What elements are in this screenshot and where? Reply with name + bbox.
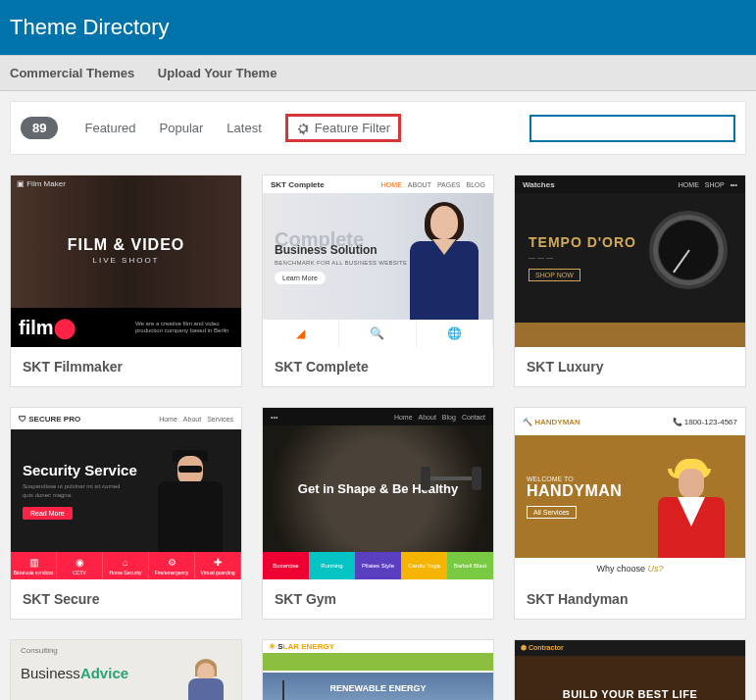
theme-grid: ▣ Film Maker FILM & VIDEO LIVE SHOOT fil… bbox=[0, 165, 756, 700]
theme-card[interactable]: ⬢ Contractor BUILD YOUR BEST LIFE bbox=[514, 639, 746, 700]
theme-name: SKT Complete bbox=[263, 347, 493, 386]
page-title: Theme Directory bbox=[0, 0, 756, 55]
theme-name: SKT Handyman bbox=[515, 579, 745, 619]
filter-bar: 89 Featured Popular Latest Feature Filte… bbox=[10, 101, 746, 155]
theme-thumbnail: ▣ Film Maker FILM & VIDEO LIVE SHOOT fil… bbox=[11, 175, 241, 347]
nav-commercial-themes[interactable]: Commercial Themes bbox=[10, 66, 134, 80]
theme-card[interactable]: WatchesHOMESHOP••• TEMPO D'ORO — — — SHO… bbox=[514, 175, 746, 387]
theme-thumbnail: 🔨 HANDYMAN📞 1800-123-4567 WELCOME TO HAN… bbox=[515, 408, 745, 579]
filter-latest[interactable]: Latest bbox=[227, 121, 261, 135]
filter-popular[interactable]: Popular bbox=[160, 121, 204, 135]
theme-card[interactable]: •••HomeAboutBlogContact GYM Get in Shape… bbox=[262, 407, 494, 620]
theme-card[interactable]: ▣ Film Maker FILM & VIDEO LIVE SHOOT fil… bbox=[10, 175, 242, 387]
feature-filter-button[interactable]: Feature Filter bbox=[285, 114, 401, 142]
nav-upload-theme[interactable]: Upload Your Theme bbox=[158, 66, 277, 80]
theme-name: SKT Secure bbox=[11, 579, 241, 619]
theme-thumbnail: ☀ SLAR ENERGY RENEWABLE ENERGY bbox=[263, 640, 493, 700]
theme-count-badge: 89 bbox=[21, 117, 58, 139]
theme-card[interactable]: Consulting BusinessAdvice bbox=[10, 639, 242, 700]
theme-card[interactable]: SKT Complete HOMEABOUTPAGESBLOG Complete… bbox=[262, 175, 494, 387]
search-input[interactable] bbox=[529, 115, 735, 142]
feature-filter-label: Feature Filter bbox=[315, 121, 390, 135]
theme-thumbnail: •••HomeAboutBlogContact GYM Get in Shape… bbox=[263, 408, 493, 579]
theme-thumbnail: SKT Complete HOMEABOUTPAGESBLOG Complete… bbox=[263, 175, 493, 347]
theme-thumbnail: Consulting BusinessAdvice bbox=[11, 640, 241, 700]
filter-featured[interactable]: Featured bbox=[84, 121, 135, 135]
theme-name: SKT Luxury bbox=[515, 347, 745, 386]
theme-card[interactable]: ☀ SLAR ENERGY RENEWABLE ENERGY bbox=[262, 639, 494, 700]
gear-icon bbox=[296, 122, 310, 135]
theme-card[interactable]: 🛡 SECURE PROHomeAboutServices Security S… bbox=[10, 407, 242, 620]
theme-card[interactable]: 🔨 HANDYMAN📞 1800-123-4567 WELCOME TO HAN… bbox=[514, 407, 746, 620]
theme-name: SKT Gym bbox=[263, 579, 493, 619]
theme-thumbnail: 🛡 SECURE PROHomeAboutServices Security S… bbox=[11, 408, 241, 579]
theme-thumbnail: WatchesHOMESHOP••• TEMPO D'ORO — — — SHO… bbox=[515, 175, 745, 347]
theme-name: SKT Filmmaker bbox=[11, 347, 241, 386]
theme-thumbnail: ⬢ Contractor BUILD YOUR BEST LIFE bbox=[515, 640, 745, 700]
subnav: Commercial Themes Upload Your Theme bbox=[0, 55, 756, 91]
